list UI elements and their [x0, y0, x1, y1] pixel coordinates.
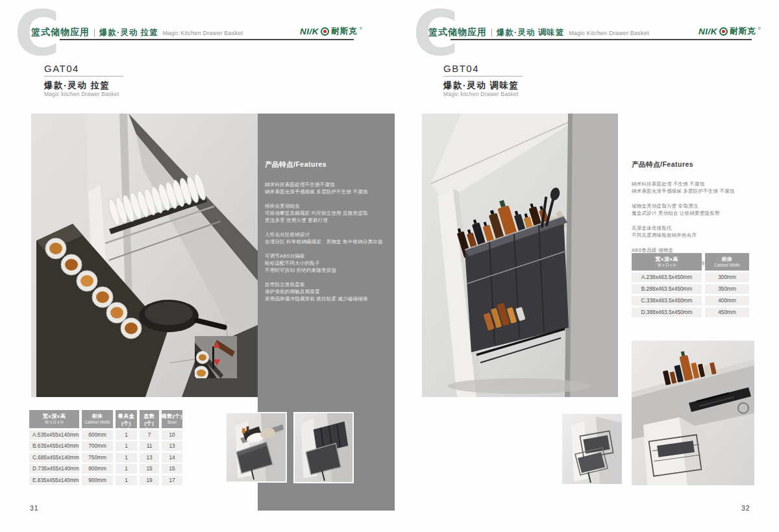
logo-o-icon: [719, 27, 728, 36]
feature-group: 模块化灵动组合 可移动餐篮及碗碟架 均可独立使用 且随意提取 灵活多变 使用方便…: [265, 202, 386, 224]
logo-o-icon: [321, 27, 329, 36]
model-underline: [44, 76, 123, 77]
logo-text: NI/K: [699, 27, 717, 36]
feature-group: 可调节ABS分隔板 轻松适配不同大小的瓶子 不用时可拆卸 拒绝约束随意摆放: [265, 252, 386, 274]
table-cell: A.238x463.5x450mm: [632, 272, 702, 282]
table-cell: 11: [140, 441, 159, 451]
spec-table-left: 宽x深x高W x D x H 柜体Cabinet Width 餐具盒(个)Cut…: [29, 410, 182, 485]
table-cell: D.735x455x140mm: [29, 464, 79, 474]
table-cell: 900mm: [82, 476, 113, 485]
model-code: GAT04: [44, 63, 79, 74]
table-cell: 7: [140, 430, 159, 440]
table-cell: D.388x463.5x450mm: [632, 308, 702, 317]
table-cell: B.635x455x140mm: [29, 441, 79, 451]
header-series: 爆款·灵动 拉篮: [99, 27, 158, 38]
table-cell: 1: [116, 453, 137, 463]
inset-caption: 可左右移动调节: [187, 381, 245, 387]
page-number-right: 32: [741, 504, 750, 512]
table-cell: 15: [162, 464, 182, 474]
page-header-left: 篮式储物应用 爆款·灵动 拉篮 Magic Kitchen Drawer Bas…: [31, 27, 243, 38]
feature-group: 储物盒灵动提取方便 拿取清洗 魔盒式设计 灵动组合 让收纳更便捷实用: [632, 203, 752, 217]
table-cell: 300mm: [705, 272, 749, 282]
table-cell: 800mm: [82, 464, 113, 474]
table-cell: 13: [140, 453, 159, 463]
page-number-left: 31: [30, 504, 39, 512]
brand-logo: NI/K 耐斯克 ®: [699, 26, 761, 37]
table-cell: 14: [162, 453, 182, 463]
logo-cn: 耐斯克: [331, 26, 358, 37]
table-cell: E.835x455x140mm: [29, 476, 79, 485]
features-heading: 产品特点/Features: [632, 160, 752, 169]
col-header: 餐具盒(个)Cutly Tray: [116, 410, 137, 428]
col-header: 碗数(个)Bowl: [162, 410, 182, 428]
gallery-photo-spice-rack-counter: [632, 341, 754, 485]
model-code: GBT04: [443, 63, 479, 74]
feature-group: 高深盒体低矮瓶托 不同高度调味瓶收纳井然有序: [632, 225, 752, 239]
header-rule: [60, 39, 354, 40]
header-series-en: Magic Kitchen Drawer Basket: [163, 30, 243, 36]
main-photo-spice-basket: [422, 114, 618, 397]
logo-text: NI/K: [300, 27, 319, 36]
table-cell: 1: [116, 476, 137, 485]
table-cell: B.288x463.5x450mm: [632, 284, 702, 294]
table-cell: 450mm: [705, 308, 749, 317]
feature-group: 纳米科技表面处理不生锈不腐蚀 纳米表面光滑手感细腻 多层防护不生锈 不腐蚀: [265, 181, 386, 195]
page-header-right: 篮式储物应用 爆款·灵动 调味篮 Magic Kitchen Drawer Ba…: [428, 27, 649, 38]
gallery-photo-wire-basket: [562, 414, 622, 484]
feature-group: 自带防尘滑轨盖板 保护滑轨的顺畅及顺滑度 采用品牌缓冲隐藏滑轨 推拉轻柔 减少磕…: [265, 281, 386, 302]
features-left: 产品特点/Features 纳米科技表面处理不生锈不腐蚀 纳米表面光滑手感细腻 …: [265, 160, 386, 309]
table-cell: 1: [116, 430, 137, 440]
table-cell: 13: [162, 441, 182, 451]
col-header: 柜体Cabinet Width: [705, 253, 749, 271]
table-cell: 19: [140, 476, 159, 485]
product-title-en: Magic kitchen Drawer Basket: [443, 91, 518, 97]
detail-inset-photo: [195, 336, 237, 378]
table-cell: 350mm: [705, 284, 749, 294]
table-cell: 700mm: [82, 441, 113, 451]
feature-group: 纳米科技表面处理 不生锈 不腐蚀 纳米表面光滑手感细腻 多层防护不生锈 不腐蚀: [632, 181, 752, 195]
col-header: 柜体Cabinet Width: [82, 410, 113, 428]
table-cell: 600mm: [82, 430, 113, 440]
col-header: 盘数(个)Dish: [140, 410, 159, 428]
header-rule: [451, 39, 752, 40]
model-underline: [443, 76, 523, 77]
features-heading: 产品特点/Features: [265, 160, 386, 169]
gallery-photo-basket-empty: [293, 412, 354, 483]
brand-logo: NI/K 耐斯克 ®: [300, 26, 362, 37]
table-cell: 10: [162, 430, 182, 440]
header-divider: [94, 29, 95, 37]
table-cell: 1: [116, 441, 137, 451]
catalog-spread: C 篮式储物应用 爆款·灵动 拉篮 Magic Kitchen Drawer B…: [0, 0, 779, 532]
table-cell: 750mm: [82, 453, 113, 463]
gallery-photo-basket-loaded: [225, 412, 287, 483]
table-cell: A.535x455x140mm: [29, 430, 79, 440]
header-series-en: Magic Kitchen Drawer Basket: [569, 30, 649, 36]
table-cell: C.685x455x140mm: [29, 453, 79, 463]
table-cell: 400mm: [705, 296, 749, 306]
registered-mark: ®: [360, 27, 362, 30]
col-header: 宽x深x高W x D x H: [632, 253, 702, 271]
product-title-en: Magic kitchen Drawer Basket: [44, 91, 119, 97]
table-cell: 17: [162, 476, 182, 485]
registered-mark: ®: [758, 27, 761, 30]
logo-cn: 耐斯克: [730, 26, 756, 37]
header-category: 篮式储物应用: [428, 27, 487, 38]
product-title-cn: 爆款·灵动 拉篮: [44, 80, 110, 91]
header-divider: [491, 29, 492, 37]
col-header: 宽x深x高W x D x H: [29, 410, 79, 428]
product-title-cn: 爆款·灵动 调味篮: [443, 80, 519, 91]
spec-table-right: 宽x深x高W x D x H 柜体Cabinet Width A.238x463…: [632, 253, 749, 317]
table-cell: C.338x463.5x450mm: [632, 296, 702, 306]
table-cell: 15: [140, 464, 159, 474]
table-cell: 1: [116, 464, 137, 474]
feature-group: 人性化分区收纳设计 合理分区 科学收纳碗碟架、置物盒 集中收纳分类存放: [265, 231, 386, 245]
header-category: 篮式储物应用: [31, 27, 90, 38]
header-series: 爆款·灵动 调味篮: [497, 27, 564, 38]
